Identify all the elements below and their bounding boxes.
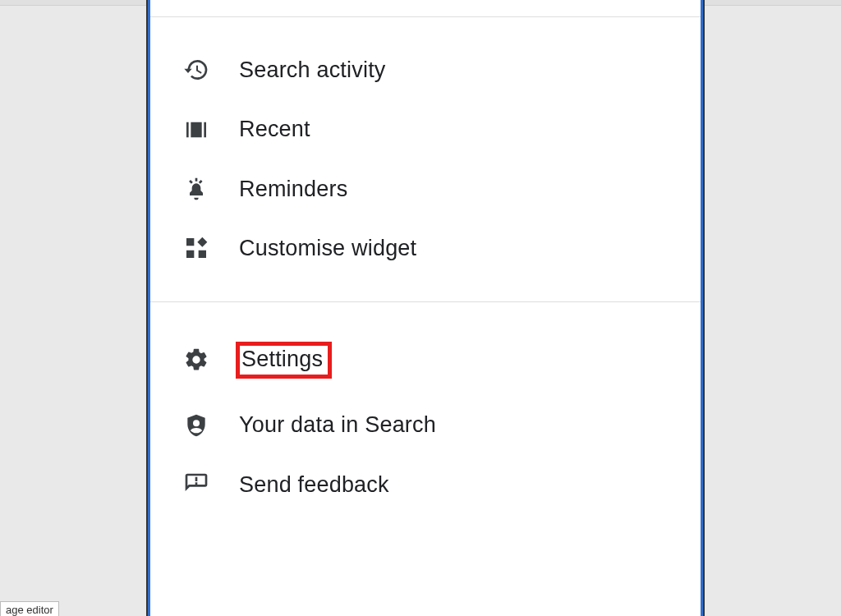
settings-highlight: Settings <box>236 342 332 379</box>
menu-item-reminders[interactable]: Reminders <box>150 159 701 218</box>
menu-item-send-feedback[interactable]: Send feedback <box>150 455 701 514</box>
menu-item-label: Settings <box>239 342 686 379</box>
menu-item-label: Your data in Search <box>239 411 686 438</box>
menu-panel-border-outer: Search activity Recent Reminders <box>146 0 705 616</box>
menu-item-label: Search activity <box>239 57 686 83</box>
menu-panel: Search activity Recent Reminders <box>148 0 703 616</box>
menu-section-2: Settings Your data in Search Send f <box>150 302 701 538</box>
shield-icon <box>183 412 239 439</box>
footer-caption: age editor <box>0 601 59 616</box>
menu-section-1: Search activity Recent Reminders <box>150 17 701 301</box>
gear-icon <box>183 347 239 373</box>
widgets-icon <box>183 235 239 261</box>
page-backdrop: Search activity Recent Reminders <box>0 0 841 616</box>
menu-item-search-activity[interactable]: Search activity <box>150 40 701 99</box>
menu-item-label: Recent <box>239 116 686 142</box>
menu-item-your-data-in-search[interactable]: Your data in Search <box>150 395 701 454</box>
feedback-icon <box>183 471 239 498</box>
menu-item-customise-widget[interactable]: Customise widget <box>150 218 701 278</box>
recent-icon <box>183 117 239 143</box>
menu-list: Search activity Recent Reminders <box>150 0 701 537</box>
menu-item-label: Reminders <box>239 176 686 202</box>
menu-item-recent[interactable]: Recent <box>150 99 701 159</box>
menu-item-settings[interactable]: Settings <box>150 325 701 396</box>
history-icon <box>183 57 239 83</box>
menu-item-label: Send feedback <box>239 471 686 498</box>
menu-item-label: Customise widget <box>239 235 686 261</box>
reminders-icon <box>183 176 239 202</box>
